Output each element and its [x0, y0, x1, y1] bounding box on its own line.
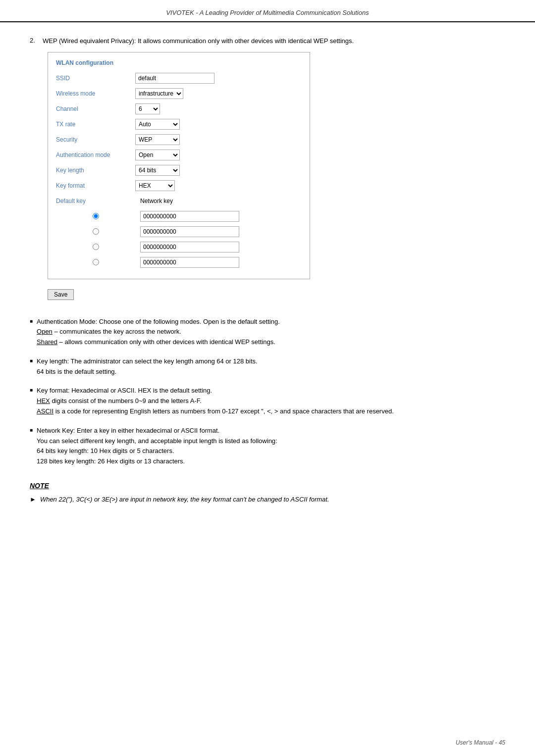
auth-line-1: Authentication Mode: Choose one of the f…	[37, 318, 280, 325]
note-text-1: When 22("), 3C(<) or 3E(>) are input in …	[40, 495, 329, 504]
bullet-content-networkkey: Network Key: Enter a key in either hexad…	[37, 426, 505, 467]
config-row-keyformat: Key format HEX ASCII	[56, 180, 302, 192]
config-row-txrate: TX rate Auto 1 Mbps2 Mbps5.5 Mbps11 Mbps	[56, 118, 302, 130]
security-select[interactable]: WEP NoneWPA	[135, 134, 180, 145]
keyformat-line-1: Key format: Hexadecimal or ASCII. HEX is…	[37, 387, 212, 394]
keylength-label: Key length	[56, 167, 135, 174]
main-content: 2. WEP (Wired equivalent Privacy): It al…	[0, 36, 535, 504]
key-input-3[interactable]	[140, 242, 239, 252]
save-button[interactable]: Save	[48, 289, 74, 300]
hex-suffix: digits consist of the numbers 0~9 and th…	[50, 397, 202, 404]
bullet-network-key: ■ Network Key: Enter a key in either hex…	[30, 426, 505, 467]
networkkey-line-1: Network Key: Enter a key in either hexad…	[37, 427, 219, 434]
section-2-intro: WEP (Wired equivalent Privacy): It allow…	[43, 36, 505, 46]
config-row-ssid: SSID	[56, 72, 302, 84]
channel-select[interactable]: 6 12345 7891011	[135, 103, 160, 114]
open-suffix: – communicates the key across the networ…	[53, 328, 181, 335]
bullet-key-length: ■ Key length: The administrator can sele…	[30, 356, 505, 377]
bullet-content-keylength: Key length: The administrator can select…	[37, 356, 505, 377]
page-header: VIVOTEK - A Leading Provider of Multimed…	[0, 0, 535, 22]
keyformat-label: Key format	[56, 182, 135, 189]
key-input-4-cell[interactable]	[135, 257, 302, 268]
bullet-icon-networkkey: ■	[30, 427, 33, 433]
keylength-value[interactable]: 64 bits 128 bits	[135, 165, 302, 176]
keylength-line-1: Key length: The administrator can select…	[37, 357, 258, 365]
config-row-keylength: Key length 64 bits 128 bits	[56, 164, 302, 176]
key-row-1	[56, 210, 302, 222]
key-input-2[interactable]	[140, 226, 239, 237]
config-row-wireless-mode: Wireless mode infrastructure ad-hoc	[56, 88, 302, 100]
wireless-mode-select[interactable]: infrastructure ad-hoc	[135, 88, 183, 99]
config-row-auth: Authentication mode Open Shared	[56, 149, 302, 161]
key-input-4[interactable]	[140, 257, 239, 268]
key-input-1[interactable]	[140, 211, 239, 222]
key-radio-2[interactable]	[93, 228, 99, 235]
key-row-4	[56, 256, 302, 268]
key-radio-2-cell[interactable]	[56, 228, 135, 235]
key-row-3	[56, 241, 302, 253]
header-title: VIVOTEK - A Leading Provider of Multimed…	[166, 9, 369, 16]
keylength-line-2: 64 bits is the default setting.	[37, 368, 116, 375]
config-row-key-headers: Default key Network key	[56, 195, 302, 207]
note-arrow-icon: ►	[30, 495, 36, 504]
networkkey-line-3: 64 bits key length: 10 Hex digits or 5 c…	[37, 447, 174, 454]
keylength-select[interactable]: 64 bits 128 bits	[135, 165, 180, 176]
txrate-select[interactable]: Auto 1 Mbps2 Mbps5.5 Mbps11 Mbps	[135, 119, 180, 130]
keyformat-value[interactable]: HEX ASCII	[135, 180, 302, 191]
txrate-label: TX rate	[56, 121, 135, 128]
wireless-mode-value[interactable]: infrastructure ad-hoc	[135, 88, 302, 99]
bullet-icon-keyformat: ■	[30, 387, 33, 393]
channel-value[interactable]: 6 12345 7891011	[135, 103, 302, 114]
ascii-link: ASCII	[37, 407, 54, 415]
auth-select[interactable]: Open Shared	[135, 150, 180, 160]
keyformat-select[interactable]: HEX ASCII	[135, 180, 175, 191]
footer-text: User's Manual - 45	[456, 739, 505, 746]
ssid-input[interactable]	[135, 73, 214, 84]
network-key-header: Network key	[135, 198, 302, 204]
wireless-mode-label: Wireless mode	[56, 90, 135, 97]
key-radio-3[interactable]	[93, 244, 99, 250]
key-radio-3-cell[interactable]	[56, 244, 135, 250]
ascii-suffix: is a code for representing English lette…	[54, 407, 394, 415]
key-radio-1[interactable]	[93, 213, 99, 219]
note-item-1: ► When 22("), 3C(<) or 3E(>) are input i…	[30, 495, 505, 504]
section-2: 2. WEP (Wired equivalent Privacy): It al…	[30, 36, 505, 308]
bullet-key-format: ■ Key format: Hexadecimal or ASCII. HEX …	[30, 386, 505, 416]
shared-suffix: – allows communication only with other d…	[57, 338, 275, 346]
wlan-config-title: WLAN configuration	[56, 59, 302, 66]
save-button-row: Save	[43, 286, 505, 300]
page-footer: User's Manual - 45	[456, 739, 505, 746]
section-2-body: WEP (Wired equivalent Privacy): It allow…	[43, 36, 505, 308]
bullet-content-keyformat: Key format: Hexadecimal or ASCII. HEX is…	[37, 386, 505, 416]
bullet-content-auth: Authentication Mode: Choose one of the f…	[37, 317, 505, 348]
security-label: Security	[56, 136, 135, 143]
shared-link: Shared	[37, 338, 57, 346]
bullet-auth-mode: ■ Authentication Mode: Choose one of the…	[30, 317, 505, 348]
wlan-config-box: WLAN configuration SSID Wireless mode in…	[48, 52, 310, 279]
key-radio-4-cell[interactable]	[56, 259, 135, 265]
key-row-2	[56, 226, 302, 238]
networkkey-line-2: You can select different key length, and…	[37, 437, 277, 445]
bullet-icon-keylength: ■	[30, 358, 33, 363]
key-input-1-cell[interactable]	[135, 211, 302, 222]
security-value[interactable]: WEP NoneWPA	[135, 134, 302, 145]
section-number: 2.	[30, 37, 41, 308]
ssid-value[interactable]	[135, 73, 302, 84]
hex-link: HEX	[37, 397, 50, 404]
key-radio-4[interactable]	[93, 259, 99, 265]
bullet-icon-auth: ■	[30, 318, 33, 324]
config-row-security: Security WEP NoneWPA	[56, 134, 302, 146]
channel-label: Channel	[56, 105, 135, 112]
key-input-3-cell[interactable]	[135, 242, 302, 252]
txrate-value[interactable]: Auto 1 Mbps2 Mbps5.5 Mbps11 Mbps	[135, 119, 302, 130]
ssid-label: SSID	[56, 75, 135, 82]
auth-value[interactable]: Open Shared	[135, 150, 302, 160]
default-key-header: Default key	[56, 198, 135, 204]
key-input-2-cell[interactable]	[135, 226, 302, 237]
auth-label: Authentication mode	[56, 151, 135, 158]
networkkey-line-4: 128 bites key length: 26 Hex digits or 1…	[37, 457, 185, 465]
open-link: Open	[37, 328, 53, 335]
key-radio-1-cell[interactable]	[56, 213, 135, 219]
note-section: NOTE ► When 22("), 3C(<) or 3E(>) are in…	[30, 482, 505, 504]
config-row-channel: Channel 6 12345 7891011	[56, 103, 302, 115]
